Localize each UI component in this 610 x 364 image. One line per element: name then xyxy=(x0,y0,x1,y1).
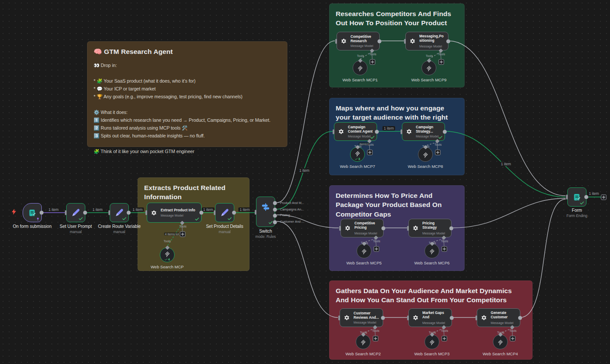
output-port[interactable] xyxy=(232,211,236,215)
add-tool-button[interactable] xyxy=(370,59,375,65)
input-port[interactable] xyxy=(65,210,67,215)
output-port[interactable] xyxy=(443,130,447,134)
agent-subtitle: Message Model xyxy=(491,321,517,325)
node-on-form-submission[interactable] xyxy=(23,203,42,222)
execute-lightning-icon[interactable] xyxy=(10,208,17,215)
mcp-node-label: Web Search MCP xyxy=(141,264,193,269)
node-form-ending[interactable] xyxy=(567,187,586,207)
output-port[interactable] xyxy=(381,316,385,320)
add-tool-button[interactable] xyxy=(441,336,447,341)
tools-label: Tools xyxy=(179,225,186,228)
add-node-button[interactable] xyxy=(601,194,607,200)
output-port[interactable] xyxy=(449,226,453,230)
output-port-pricing[interactable] xyxy=(273,214,277,218)
openai-icon xyxy=(480,314,488,321)
openai-icon xyxy=(340,37,347,45)
input-port[interactable] xyxy=(214,210,216,215)
add-tool-button[interactable] xyxy=(367,150,373,155)
node-set-user-prompt[interactable] xyxy=(66,203,85,222)
input-port[interactable] xyxy=(338,315,340,320)
output-port[interactable] xyxy=(450,316,454,320)
switch-output-label: Product And M... xyxy=(280,201,304,205)
edge-count-label: 1 item xyxy=(382,126,395,130)
mcp-icon xyxy=(429,248,435,254)
input-port[interactable] xyxy=(401,129,402,134)
mcp-icon xyxy=(361,248,367,254)
mcp-node-label: Web Search MCP3 xyxy=(406,351,458,356)
mcp-node-label: Web Search MCP1 xyxy=(334,77,386,82)
add-tool-button[interactable] xyxy=(180,231,185,237)
input-port[interactable] xyxy=(108,210,110,215)
output-port-campaigns[interactable] xyxy=(273,208,277,212)
openai-icon xyxy=(405,128,413,135)
edge-count-label: 1 item xyxy=(91,207,104,212)
agent-title: Competitive Research xyxy=(350,34,376,43)
node-set-product-details[interactable] xyxy=(215,203,234,222)
output-port[interactable] xyxy=(377,39,381,43)
output-port[interactable] xyxy=(584,195,588,199)
node-campaign-content-agent[interactable]: Campaign Content Agent Message Model xyxy=(334,122,377,141)
edge-switch-to-competitive-research[interactable] xyxy=(277,41,335,203)
mcp-node-label: Web Search MCP4 xyxy=(474,351,526,356)
add-tool-button[interactable] xyxy=(373,336,378,341)
mcp-node-label: Web Search MCP7 xyxy=(331,164,384,169)
node-market-gaps[interactable]: Market Gaps And Opportuni... Message Mod… xyxy=(408,308,452,327)
node-subtitle: manual xyxy=(89,230,150,234)
input-port[interactable] xyxy=(333,129,334,134)
input-port[interactable] xyxy=(335,39,337,43)
output-port[interactable] xyxy=(83,211,87,215)
add-tool-button[interactable] xyxy=(441,246,447,252)
agent-title: Pricing Strategy Generator xyxy=(422,221,448,230)
tools-label: Tools xyxy=(426,54,433,57)
agent-subtitle: Message Model xyxy=(422,231,448,235)
workflow-canvas[interactable]: 🧠 GTM Research Agent 👀 Drop in: * 🧩 Your… xyxy=(0,0,610,364)
form-trigger-icon xyxy=(28,208,37,217)
mcp-icon xyxy=(357,65,364,71)
success-check-icon xyxy=(438,135,443,140)
input-port[interactable] xyxy=(475,315,477,320)
output-port[interactable] xyxy=(375,130,379,134)
success-check-icon xyxy=(580,200,584,205)
add-tool-button[interactable] xyxy=(510,336,516,341)
node-competitive-pricing-analysis[interactable]: Competitive Pricing Analysis Message Mod… xyxy=(340,219,384,237)
agent-title: Customer Reviews And... xyxy=(354,311,380,320)
add-tool-button[interactable] xyxy=(438,59,444,65)
node-customer-reviews[interactable]: Customer Reviews And... Message Model xyxy=(340,308,383,327)
plus-icon xyxy=(442,337,446,341)
switch-output-label: Customer And ... xyxy=(280,220,304,224)
node-create-route-variable[interactable] xyxy=(110,203,129,222)
output-port[interactable] xyxy=(381,226,385,230)
plus-icon xyxy=(436,150,440,154)
add-tool-button[interactable] xyxy=(435,150,441,155)
output-port-product[interactable] xyxy=(273,201,277,205)
tools-label: Tools xyxy=(422,145,429,148)
node-campaign-strategy[interactable]: Campaign Strategy... Message Model xyxy=(402,122,445,141)
agent-title: Extract Product Info xyxy=(161,208,198,212)
output-port[interactable] xyxy=(446,39,450,43)
node-pricing-strategy-generator[interactable]: Pricing Strategy Generator Message Model xyxy=(408,219,452,237)
input-port[interactable] xyxy=(145,210,147,215)
node-competitive-research[interactable]: Competitive Research Message Model xyxy=(337,32,380,50)
agent-title: Campaign Strategy... xyxy=(416,125,441,134)
output-port[interactable] xyxy=(127,211,131,215)
tools-label: Tools xyxy=(509,329,516,332)
edge-messaging-to-form[interactable] xyxy=(448,41,566,196)
input-port[interactable] xyxy=(566,195,568,200)
node-extract-product-info[interactable]: Extract Product Info Message Model xyxy=(147,203,202,223)
input-port[interactable] xyxy=(339,226,341,230)
node-switch[interactable] xyxy=(256,197,275,227)
node-generate-customer[interactable]: Generate Customer And... Message Model xyxy=(477,308,520,327)
output-port-customer[interactable] xyxy=(273,220,277,224)
output-port[interactable] xyxy=(518,316,522,320)
input-port[interactable] xyxy=(255,210,256,215)
output-port[interactable] xyxy=(199,211,203,215)
node-messaging-positioning[interactable]: Messaging,Positioning And... Message Mod… xyxy=(405,32,448,50)
plus-icon xyxy=(439,60,443,64)
input-port[interactable] xyxy=(407,226,409,230)
agent-subtitle: Message Model xyxy=(350,44,376,48)
tools-label: Tools xyxy=(435,143,441,146)
output-port[interactable] xyxy=(40,211,44,215)
input-port[interactable] xyxy=(404,39,406,43)
input-port[interactable] xyxy=(407,315,409,320)
add-tool-button[interactable] xyxy=(374,246,379,252)
